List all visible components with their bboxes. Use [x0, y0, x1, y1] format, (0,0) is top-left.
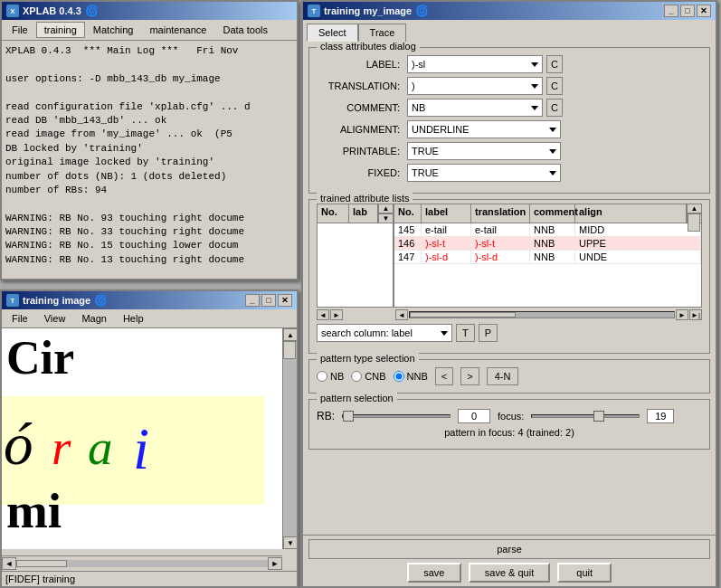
comment-c-btn[interactable]: C [546, 99, 563, 117]
left-horiz-scroll: ◄ ► [317, 309, 394, 320]
rh-translation: translation [471, 204, 530, 223]
pattern-4n-btn[interactable]: 4-N [487, 367, 519, 385]
ti-menu-file[interactable]: File [4, 310, 36, 327]
search-dropdown[interactable]: search column: label [317, 324, 452, 342]
p-button[interactable]: P [479, 324, 498, 342]
ti-menu-magn[interactable]: Magn [73, 310, 115, 327]
comment-dropdown[interactable]: NB [407, 99, 543, 117]
save-button[interactable]: save [407, 563, 461, 583]
status-text: [FIDEF] training [5, 574, 75, 584]
tab-select[interactable]: Select [307, 24, 358, 42]
radio-nnb-label: NNB [407, 371, 428, 382]
trained-lists-title: trained attribute lists [317, 193, 413, 204]
fixed-dropdown[interactable]: TRUE [407, 164, 561, 182]
translation-dropdown[interactable]: ) [407, 77, 543, 95]
label-dropdown-arrow [531, 62, 538, 67]
training-window: T training my_image 🌀 _ □ ✕ Select Trace… [301, 0, 717, 588]
training-image-status: [FIDEF] training [2, 571, 297, 586]
cell-146-label: )-sl-t [422, 237, 471, 250]
menu-training[interactable]: training [36, 22, 85, 38]
xplab-window: X XPLAB 0.4.3 🌀 File training Matching m… [0, 0, 299, 280]
right-h-scroll-left[interactable]: ◄ [395, 309, 408, 320]
fixed-value: TRUE [412, 167, 439, 178]
tab-trace[interactable]: Trace [358, 24, 407, 42]
training-image-title: training image [23, 295, 90, 306]
svg-text:Cir: Cir [6, 332, 74, 384]
action-buttons: save save & quit quit [308, 563, 710, 583]
left-scroll-down[interactable]: ▼ [379, 213, 393, 223]
right-scrollbar[interactable]: ▲ ▼ [687, 204, 701, 223]
printable-control: TRUE [407, 142, 561, 160]
focus-slider[interactable] [531, 414, 640, 418]
left-h-scroll-left[interactable]: ◄ [317, 309, 329, 320]
scroll-up-btn[interactable]: ▲ [283, 328, 297, 341]
image-horiz-scrollbar[interactable]: ◄ ► [2, 555, 282, 570]
comment-row: COMMENT: NB C [317, 99, 702, 117]
left-scrollbar[interactable]: ▲ ▼ [378, 204, 393, 223]
radio-nnb-input[interactable] [394, 371, 404, 382]
scroll-right-btn[interactable]: ► [268, 557, 282, 570]
training-image-window: T training image 🌀 _ □ ✕ File View Magn … [0, 289, 299, 588]
table-row[interactable]: 146 )-sl-t )-sl-t NNB UPPE [394, 237, 701, 251]
tw-maximize-btn[interactable]: □ [680, 5, 695, 17]
maximize-btn[interactable]: □ [261, 294, 276, 307]
right-h-scroll-right[interactable]: ► [676, 309, 688, 320]
translation-c-btn[interactable]: C [546, 77, 563, 95]
menu-data-tools[interactable]: Data tools [214, 22, 276, 38]
printable-dropdown[interactable]: TRUE [407, 142, 561, 160]
parse-button[interactable]: parse [308, 539, 710, 559]
right-horiz-scroll: ◄ ► ►| [395, 309, 702, 320]
quit-button[interactable]: quit [557, 563, 612, 583]
radio-nb-input[interactable] [317, 371, 327, 382]
tw-close-btn[interactable]: ✕ [697, 5, 711, 17]
pattern-gt-btn[interactable]: > [460, 367, 479, 385]
menu-file[interactable]: File [4, 22, 36, 38]
focus-value: 19 [647, 409, 674, 423]
left-list-pane: No. lab ▲ ▼ [318, 204, 394, 307]
scroll-left-btn[interactable]: ◄ [2, 557, 16, 570]
rh-label: label [422, 204, 471, 223]
minimize-btn[interactable]: _ [245, 294, 260, 307]
label-dropdown[interactable]: )-sl [407, 55, 543, 73]
table-row[interactable]: 145 e-tail e-tail NNB MIDD [394, 223, 701, 237]
search-label: search column: label [321, 327, 413, 338]
t-button[interactable]: T [456, 324, 475, 342]
alignment-dropdown[interactable]: UNDERLINE [407, 120, 561, 138]
alignment-value: UNDERLINE [412, 124, 470, 135]
menu-maintenance[interactable]: maintenance [141, 22, 214, 38]
tw-minimize-btn[interactable]: _ [664, 5, 678, 17]
ti-menu-view[interactable]: View [36, 310, 74, 327]
ti-menu-help[interactable]: Help [115, 310, 152, 327]
translation-label: TRANSLATION: [317, 81, 407, 91]
label-control: )-sl C [407, 55, 563, 73]
rb-value: 0 [458, 409, 490, 423]
rb-slider[interactable] [342, 414, 451, 418]
scroll-down-btn[interactable]: ▼ [283, 536, 297, 549]
table-row[interactable]: 147 )-sl-d )-sl-d NNB UNDE [394, 251, 701, 264]
image-vert-scrollbar[interactable]: ▲ ▼ [282, 328, 297, 549]
training-image-spiral: 🌀 [94, 294, 108, 307]
close-btn[interactable]: ✕ [278, 294, 292, 307]
cell-146-comment: NNB [530, 237, 575, 250]
radio-cnb-input[interactable] [351, 371, 362, 382]
printable-label: PRINTABLE: [317, 146, 407, 156]
cell-146-no: 146 [394, 237, 422, 250]
fixed-label: FIXED: [317, 167, 407, 178]
right-h-scroll-track[interactable] [409, 311, 675, 318]
save-quit-button[interactable]: save & quit [469, 563, 550, 583]
label-c-btn[interactable]: C [546, 55, 563, 73]
tab-content-select: class attributes dialog LABEL: )-sl C TR… [303, 42, 716, 535]
training-image-icon: T [6, 294, 19, 307]
left-h-scroll-right[interactable]: ► [330, 309, 343, 320]
right-scroll-up[interactable]: ▲ [688, 204, 701, 213]
printable-value: TRUE [412, 146, 439, 156]
menu-matching[interactable]: Matching [85, 22, 142, 38]
class-attributes-title: class attributes dialog [317, 42, 420, 52]
right-h-scroll-end[interactable]: ►| [689, 309, 702, 320]
label-row: LABEL: )-sl C [317, 55, 702, 73]
left-scroll-up[interactable]: ▲ [379, 204, 393, 213]
rb-label: RB: [317, 410, 335, 422]
pattern-selection-title: pattern selection [317, 393, 397, 403]
right-list-pane: No. label translation comment align ▲ ▼ [394, 204, 701, 307]
pattern-lt-btn[interactable]: < [435, 367, 453, 385]
